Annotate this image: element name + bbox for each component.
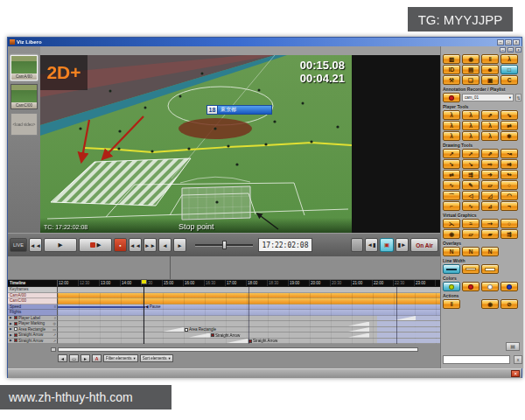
draw-arrow-9-button[interactable]: ⇄ <box>443 170 460 179</box>
maximize-button[interactable]: □ <box>505 39 512 46</box>
scroll-right-button[interactable]: ► <box>80 354 90 362</box>
draw-arrow-7-button[interactable]: ⇨ <box>481 159 499 169</box>
line-width-thick-button[interactable] <box>481 264 499 274</box>
vg-measure-button[interactable]: ⇶ <box>500 229 518 239</box>
pause-action-button[interactable]: ‖ <box>443 299 460 309</box>
panel-close-button[interactable]: × <box>515 47 522 52</box>
line-width-medium-button[interactable] <box>462 264 480 274</box>
timeline-scroll-end[interactable] <box>51 347 56 352</box>
annotation-list-select[interactable]: cam_01▾ <box>462 94 514 102</box>
clip-label[interactable]: Straight Arrow <box>248 339 277 344</box>
shuttle-slider[interactable] <box>195 238 253 252</box>
draw-arrow-8-button[interactable]: ⇉ <box>500 159 518 169</box>
ghost-button[interactable]: ☻ <box>481 65 499 74</box>
live-button[interactable]: LIVE <box>10 238 27 252</box>
record-button[interactable]: ▪ <box>114 238 127 252</box>
player-tool-7-button[interactable]: λ <box>481 121 499 130</box>
vg-zone-button[interactable]: ▱ <box>462 229 480 239</box>
draw-curve-button[interactable]: ∿ <box>443 180 460 190</box>
timeline-scrollbar[interactable] <box>58 347 418 352</box>
draw-triangle-button[interactable]: ◁ <box>462 191 480 200</box>
playhead[interactable] <box>144 280 144 344</box>
on-air-button[interactable]: On Air <box>410 238 438 252</box>
clapperboard-button[interactable]: ▨ <box>443 54 460 64</box>
play-button[interactable]: ▶ <box>44 238 77 252</box>
color-green-button[interactable] <box>443 282 460 291</box>
draw-dome-button[interactable]: ◠ <box>500 191 518 200</box>
player-tool-11-button[interactable]: λ <box>481 131 499 141</box>
vg-disc-button[interactable]: ○ <box>500 219 518 228</box>
marker-a-button[interactable]: A <box>92 354 102 362</box>
playhead-handle[interactable] <box>141 279 147 284</box>
clear-input-button[interactable]: x <box>514 355 522 364</box>
record-play-button[interactable]: ▶ <box>79 238 112 252</box>
timeline-ruler[interactable]: 12:0012:3013:0014:0014:3015:0016:0016:30… <box>58 280 440 287</box>
camera-thumbnail[interactable]: CamC/00 <box>10 84 38 109</box>
camera-thumbnail[interactable]: CamA/00 <box>10 55 38 80</box>
draw-pen-button[interactable]: ✎ <box>462 180 480 190</box>
color-white-button[interactable] <box>481 282 499 291</box>
draw-angle-button[interactable]: ⊿ <box>481 201 499 211</box>
media-hand-button[interactable]: ▤ <box>462 65 480 74</box>
player-run-button[interactable]: λ <box>500 54 518 64</box>
vg-zone-fill-button[interactable]: ▰ <box>481 229 499 239</box>
draw-hook-button[interactable]: ⌐ <box>443 201 460 211</box>
scroll-mid-button[interactable]: ▭ <box>69 354 79 362</box>
pause-marker[interactable]: ◀ Pause <box>145 304 160 309</box>
close-button[interactable]: × <box>513 39 520 46</box>
step-forward-button[interactable]: ► <box>173 238 186 252</box>
player-tool-2-button[interactable]: λ <box>462 110 480 120</box>
rewind-button[interactable]: ◄◄ <box>129 238 142 252</box>
player-tool-12-button[interactable]: ✱ <box>500 131 518 141</box>
window-titlebar[interactable]: Viz Libero –□× <box>8 38 522 46</box>
minimize-button[interactable]: – <box>497 39 504 46</box>
clip-label[interactable]: Straight Arrow <box>211 333 240 339</box>
draw-scribble-button[interactable]: ∿ <box>462 201 480 211</box>
overlay-1-button[interactable]: N <box>443 247 460 256</box>
panel-corner-button[interactable]: ▤ <box>506 342 520 351</box>
player-tool-8-button[interactable]: ⇄ <box>500 121 518 130</box>
overlay-3-button[interactable]: N <box>481 247 499 256</box>
status-close-button[interactable]: ✕ <box>511 370 520 377</box>
panel-maximize-button[interactable]: □ <box>508 47 514 52</box>
draw-arrow-11-button[interactable]: ➔ <box>481 170 499 179</box>
next-stop-button[interactable]: ▮► <box>396 238 409 252</box>
draw-rectangle-button[interactable]: ▱ <box>481 180 499 190</box>
draw-arrow-2-button[interactable]: ➚ <box>462 149 480 158</box>
vg-run-arrow-button[interactable]: ⇢ <box>481 219 499 228</box>
pause-columns-button[interactable]: ‖ <box>481 54 499 64</box>
overlay-2-button[interactable]: N <box>462 247 480 256</box>
monitor-button[interactable]: □ <box>500 65 518 74</box>
tools-button[interactable]: ⚒ <box>443 75 460 85</box>
annotation-spinner[interactable]: ⇅ <box>515 94 522 102</box>
slider-thumb[interactable] <box>222 241 227 249</box>
player-tool-10-button[interactable]: λ <box>462 131 480 141</box>
clip-label[interactable]: Area Rectangle <box>185 327 216 332</box>
prev-stop-button[interactable]: ◄▮ <box>365 238 378 252</box>
draw-arrow-3-button[interactable]: ⇗ <box>481 149 499 158</box>
player-tool-9-button[interactable]: λ <box>443 131 460 141</box>
aux-output-button[interactable] <box>351 238 363 252</box>
draw-arrow-4-button[interactable]: ↝ <box>500 149 518 158</box>
draw-arrow-5-button[interactable]: ➘ <box>443 159 460 169</box>
draw-arrow-6-button[interactable]: ↘ <box>462 159 480 169</box>
camera-output-button[interactable]: ▣ <box>380 238 394 252</box>
player-tool-1-button[interactable]: λ <box>443 110 460 120</box>
player-tool-4-button[interactable]: ⇘ <box>500 110 518 120</box>
scroll-left-button[interactable]: ◄ <box>58 354 67 362</box>
draw-arrow-12-button[interactable]: ↬ <box>500 170 518 179</box>
cancel-action-button[interactable]: ⊘ <box>500 299 518 309</box>
filter-elements-dropdown[interactable]: Filter elements▾ <box>103 354 138 362</box>
draw-cane-button[interactable]: ¬ <box>500 201 518 211</box>
preview-eye-button[interactable]: ◉ <box>481 299 499 309</box>
draw-wedge-button[interactable]: ◿ <box>481 191 499 200</box>
color-red-button[interactable] <box>462 282 480 291</box>
load-video-placeholder[interactable]: <load video> <box>10 113 38 136</box>
clipboard-button[interactable]: ▣ <box>481 75 499 85</box>
line-width-thin-button[interactable] <box>443 264 460 274</box>
draw-arrow-10-button[interactable]: ⇶ <box>462 170 480 179</box>
vg-trail-button[interactable]: ≈ <box>462 219 480 228</box>
step-back-button[interactable]: ◄ <box>158 238 172 252</box>
annotation-name-input[interactable] <box>443 355 510 364</box>
panel-minimize-button[interactable]: – <box>500 47 506 52</box>
